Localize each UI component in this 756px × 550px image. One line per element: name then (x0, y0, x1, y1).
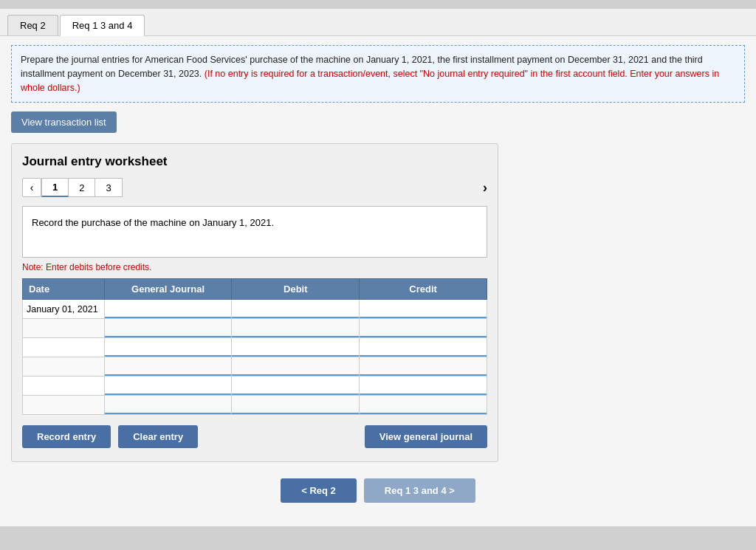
journal-cell-6[interactable] (104, 396, 232, 415)
description-text: Record the purchase of the machine on Ja… (32, 217, 274, 228)
journal-cell-2[interactable] (104, 319, 232, 338)
journal-input-5[interactable] (105, 377, 232, 395)
debit-input-4[interactable] (232, 357, 359, 376)
debit-cell-2[interactable] (232, 319, 360, 338)
credit-cell-2[interactable] (360, 319, 487, 338)
journal-cell-3[interactable] (104, 338, 232, 357)
journal-cell-5[interactable] (104, 377, 232, 396)
table-header-row: Date General Journal Debit Credit (23, 279, 487, 300)
credit-input-3[interactable] (360, 338, 487, 357)
page-tab-2[interactable]: 2 (69, 178, 95, 197)
next-page-button[interactable]: › (483, 180, 487, 196)
debit-input-6[interactable] (232, 396, 359, 414)
clear-entry-button[interactable]: Clear entry (118, 425, 198, 448)
credit-cell-6[interactable] (360, 396, 487, 415)
date-cell-6 (23, 396, 105, 415)
credit-cell-3[interactable] (360, 338, 487, 357)
credit-cell-5[interactable] (360, 377, 487, 396)
tabs-bar: Req 2 Req 1 3 and 4 (0, 9, 756, 36)
col-credit: Credit (360, 279, 487, 300)
debit-cell-5[interactable] (232, 377, 360, 396)
credit-input-4[interactable] (360, 357, 487, 376)
prev-page-button[interactable]: ‹ (22, 178, 41, 197)
prev-nav-button[interactable]: < Req 2 (281, 478, 357, 503)
table-row (23, 377, 487, 396)
journal-input-1[interactable] (105, 300, 232, 318)
tab-req2[interactable]: Req 2 (7, 15, 58, 35)
description-box: Record the purchase of the machine on Ja… (22, 206, 487, 258)
col-date: Date (23, 279, 105, 300)
journal-input-6[interactable] (105, 396, 232, 414)
debit-input-1[interactable] (232, 300, 359, 318)
credit-cell-1[interactable] (360, 300, 487, 319)
col-debit: Debit (232, 279, 360, 300)
view-transaction-button[interactable]: View transaction list (11, 111, 117, 133)
journal-input-2[interactable] (105, 319, 232, 337)
credit-input-2[interactable] (360, 319, 487, 337)
instructions-box: Prepare the journal entries for American… (11, 45, 745, 103)
next-nav-button[interactable]: Req 1 3 and 4 > (364, 478, 475, 503)
journal-table: Date General Journal Debit Credit Januar… (22, 278, 487, 415)
action-row: Record entry Clear entry View general jo… (22, 425, 487, 448)
table-row (23, 357, 487, 377)
worksheet-title: Journal entry worksheet (22, 154, 487, 169)
tab-req134[interactable]: Req 1 3 and 4 (60, 15, 145, 36)
main-content: Prepare the journal entries for American… (0, 36, 756, 526)
date-cell-2 (23, 319, 105, 338)
debit-cell-3[interactable] (232, 338, 360, 357)
credit-cell-4[interactable] (360, 357, 487, 377)
credit-input-1[interactable] (360, 300, 487, 318)
debit-cell-6[interactable] (232, 396, 360, 415)
date-cell-1: January 01, 2021 (23, 300, 105, 319)
debit-input-5[interactable] (232, 377, 359, 395)
table-row (23, 338, 487, 357)
table-row: January 01, 2021 (23, 300, 487, 319)
page-tab-1[interactable]: 1 (41, 178, 69, 197)
credit-input-6[interactable] (360, 396, 487, 414)
journal-input-4[interactable] (105, 357, 232, 376)
record-entry-button[interactable]: Record entry (22, 425, 111, 448)
page-tab-3[interactable]: 3 (95, 178, 122, 197)
debit-input-2[interactable] (232, 319, 359, 337)
page-nav: ‹ 1 2 3 › (22, 178, 487, 197)
date-cell-4 (23, 357, 105, 377)
top-bar (0, 0, 756, 9)
date-cell-5 (23, 377, 105, 396)
debit-cell-1[interactable] (232, 300, 360, 319)
view-general-journal-button[interactable]: View general journal (365, 425, 487, 448)
debit-input-3[interactable] (232, 338, 359, 357)
journal-cell-4[interactable] (104, 357, 232, 377)
col-general-journal: General Journal (104, 279, 232, 300)
journal-cell-1[interactable] (104, 300, 232, 319)
bottom-nav: < Req 2 Req 1 3 and 4 > (11, 478, 745, 518)
debit-cell-4[interactable] (232, 357, 360, 377)
date-cell-3 (23, 338, 105, 357)
table-row (23, 396, 487, 415)
credit-input-5[interactable] (360, 377, 487, 395)
worksheet-container: Journal entry worksheet ‹ 1 2 3 › Record… (11, 143, 498, 462)
table-row (23, 319, 487, 338)
note-text: Note: Enter debits before credits. (22, 262, 487, 272)
journal-input-3[interactable] (105, 338, 232, 357)
